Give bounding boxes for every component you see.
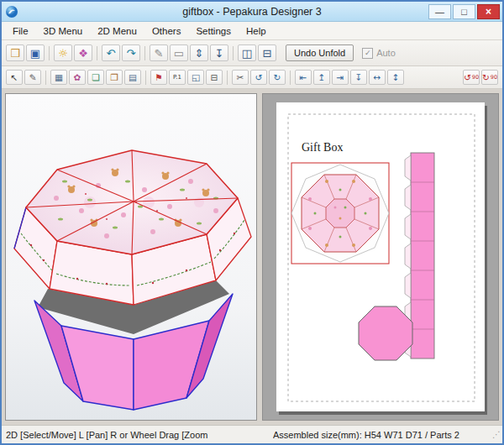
- lid-center-octagon: [326, 199, 354, 228]
- toolbar-separator: [145, 71, 146, 85]
- light-toggle-icon[interactable]: ☼: [54, 44, 72, 61]
- auto-checkbox-label: Auto: [376, 48, 396, 58]
- menu-item-help[interactable]: Help: [239, 24, 274, 39]
- texture-view-icon[interactable]: ❖: [74, 44, 92, 61]
- minimize-button[interactable]: —: [428, 4, 451, 19]
- toolbar-separator: [227, 71, 228, 85]
- toolbar-main-icons: ❒▣☼❖↶↷✎▭⇕↧◫⊟: [5, 44, 277, 61]
- window-layout-icon[interactable]: ⊟: [258, 44, 276, 61]
- pattern-canvas[interactable]: Gift Box: [276, 102, 485, 411]
- flag-icon[interactable]: ⚑: [150, 70, 167, 85]
- status-mode-text: 2D [Select/Move] L [Pan] R or Wheel Drag…: [6, 430, 273, 440]
- texture-paint-icon[interactable]: ✿: [69, 70, 86, 85]
- auto-checkbox[interactable]: ✓ Auto: [362, 48, 396, 59]
- toolbar-separator: [49, 46, 50, 60]
- edit-mode-icon[interactable]: ✎: [150, 44, 168, 61]
- close-button[interactable]: ×: [477, 4, 500, 19]
- menu-bar: File3D Menu2D MenuOthersSettingsHelp: [2, 22, 502, 40]
- menu-item-3d-menu[interactable]: 3D Menu: [36, 24, 91, 39]
- status-size-text: Assembled size(mm): H54 W71 D71 / Parts …: [273, 430, 492, 440]
- titlebar[interactable]: giftbox - Pepakura Designer 3 — □ ×: [2, 2, 502, 22]
- bottom-octagon-part[interactable]: [359, 306, 412, 360]
- color-sheets-icon[interactable]: ❏: [87, 70, 104, 85]
- page-number-icon[interactable]: P.1: [169, 70, 186, 85]
- status-bar: 2D [Select/Move] L [Pan] R or Wheel Drag…: [2, 425, 502, 443]
- image-icon[interactable]: ▤: [124, 70, 141, 85]
- print-icon[interactable]: ⊟: [206, 70, 223, 85]
- save-file-icon[interactable]: ▣: [26, 44, 45, 61]
- resize-grip[interactable]: ⋰: [492, 430, 501, 439]
- menu-item-file[interactable]: File: [5, 24, 36, 39]
- app-icon: [5, 5, 18, 18]
- align-right-icon[interactable]: ⇥: [332, 70, 349, 85]
- 2d-viewport[interactable]: Gift Box: [262, 93, 499, 421]
- monitor-icon[interactable]: ◱: [187, 70, 204, 85]
- select-tool-icon[interactable]: ↖: [6, 70, 23, 85]
- undo-unfold-button[interactable]: Undo Unfold: [286, 44, 354, 61]
- window-split-icon[interactable]: ◫: [238, 44, 256, 61]
- 3d-viewport[interactable]: [5, 93, 257, 421]
- rotate-cw-90-icon[interactable]: ↻90: [481, 70, 498, 85]
- undo-icon[interactable]: ↶: [102, 44, 120, 61]
- giftbox-3d-model[interactable]: [14, 150, 251, 410]
- toolbar-2d-icons: ↖✎▦✿❏❐▤⚑P.1◱⊟✂↺↻⇤↥⇥↧↔↕: [5, 70, 405, 85]
- drop-model-icon[interactable]: ↧: [210, 44, 228, 61]
- 3d-model-canvas[interactable]: [6, 94, 256, 421]
- redo-icon[interactable]: ↷: [122, 44, 140, 61]
- main-split: Gift Box: [2, 89, 502, 425]
- toolbar-main: ❒▣☼❖↶↷✎▭⇕↧◫⊟ Undo Unfold ✓ Auto: [2, 40, 502, 66]
- rotate-left-icon[interactable]: ↺: [250, 70, 267, 85]
- pattern-title: Gift Box: [302, 141, 343, 154]
- menu-item-2d-menu[interactable]: 2D Menu: [90, 24, 144, 39]
- open-file-icon[interactable]: ❒: [6, 44, 24, 61]
- app-window: giftbox - Pepakura Designer 3 — □ × File…: [0, 0, 504, 445]
- menu-item-others[interactable]: Others: [144, 24, 189, 39]
- distribute-h-icon[interactable]: ↔: [369, 70, 386, 85]
- align-left-icon[interactable]: ⇤: [295, 70, 312, 85]
- distribute-v-icon[interactable]: ↕: [387, 70, 404, 85]
- window-title: giftbox - Pepakura Designer 3: [2, 6, 502, 18]
- edge-edit-icon[interactable]: ✎: [24, 70, 41, 85]
- menu-item-settings[interactable]: Settings: [188, 24, 239, 39]
- rotate-right-icon[interactable]: ↻: [269, 70, 286, 85]
- fit-height-icon[interactable]: ⇕: [190, 44, 208, 61]
- rotate-ccw-90-icon[interactable]: ↺90: [463, 70, 480, 85]
- texture-book-icon[interactable]: ❐: [106, 70, 123, 85]
- align-top-icon[interactable]: ↥: [313, 70, 330, 85]
- toolbar-separator: [290, 71, 291, 85]
- maximize-button[interactable]: □: [453, 4, 475, 19]
- toolbar-separator: [45, 71, 46, 85]
- toolbar-2d: ↖✎▦✿❏❐▤⚑P.1◱⊟✂↺↻⇤↥⇥↧↔↕ ↺90↻90: [2, 66, 502, 89]
- pattern-page[interactable]: Gift Box: [276, 102, 485, 411]
- toolbar-separator: [144, 46, 145, 60]
- scissors-icon[interactable]: ✂: [232, 70, 249, 85]
- align-bottom-icon[interactable]: ↧: [350, 70, 367, 85]
- window-controls: — □ ×: [428, 4, 500, 19]
- stamp-tool-icon[interactable]: ▭: [170, 44, 188, 61]
- toolbar-rotate-icons: ↺90↻90: [462, 70, 499, 85]
- lid-unfold-part[interactable]: [291, 163, 389, 264]
- auto-checkbox-box: ✓: [362, 48, 373, 59]
- toolbar-separator: [97, 46, 97, 60]
- grid-view-icon[interactable]: ▦: [50, 70, 67, 85]
- toolbar-separator: [233, 46, 234, 60]
